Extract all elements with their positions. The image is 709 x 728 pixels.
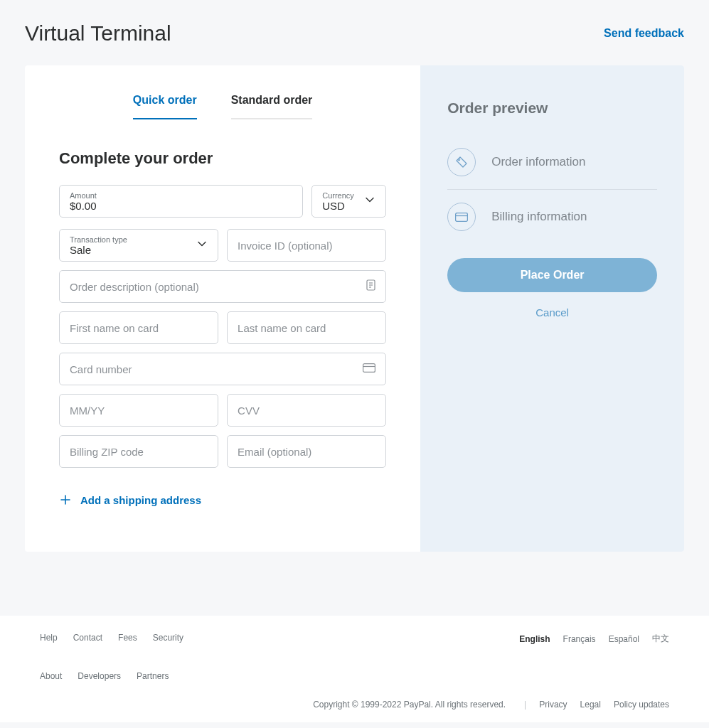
send-feedback-link[interactable]: Send feedback xyxy=(604,27,684,40)
order-form-panel: Quick order Standard order Complete your… xyxy=(25,65,420,552)
invoice-id-field[interactable] xyxy=(227,229,386,262)
order-description-field[interactable] xyxy=(59,270,386,303)
lang-english[interactable]: English xyxy=(519,634,550,644)
footer-links: Help Contact Fees Security About Develop… xyxy=(40,633,324,681)
preview-order-info-label: Order information xyxy=(491,155,585,169)
card-number-field[interactable] xyxy=(59,353,386,385)
footer-divider: | xyxy=(524,700,526,710)
svg-rect-9 xyxy=(456,213,468,221)
email-field[interactable] xyxy=(227,435,386,468)
page-title: Virtual Terminal xyxy=(25,21,171,46)
tag-icon xyxy=(447,148,476,176)
zip-input[interactable] xyxy=(70,446,208,458)
footer-languages: English Français Español 中文 xyxy=(519,633,669,645)
first-name-field[interactable] xyxy=(59,311,218,344)
last-name-input[interactable] xyxy=(238,322,375,334)
footer-fees-link[interactable]: Fees xyxy=(118,633,137,643)
order-tabs: Quick order Standard order xyxy=(59,94,386,119)
svg-point-8 xyxy=(458,159,459,160)
main-panels: Quick order Standard order Complete your… xyxy=(25,65,684,552)
page-footer: Help Contact Fees Security About Develop… xyxy=(0,616,709,722)
footer-security-link[interactable]: Security xyxy=(153,633,183,643)
preview-order-info[interactable]: Order information xyxy=(447,135,657,190)
footer-developers-link[interactable]: Developers xyxy=(78,671,121,681)
footer-help-link[interactable]: Help xyxy=(40,633,58,643)
svg-rect-4 xyxy=(363,364,375,373)
chevron-down-icon xyxy=(364,194,375,208)
preview-billing-info-label: Billing information xyxy=(491,210,587,224)
lang-espanol[interactable]: Español xyxy=(609,634,639,644)
first-name-input[interactable] xyxy=(70,322,208,334)
footer-about-link[interactable]: About xyxy=(40,671,62,681)
email-input[interactable] xyxy=(238,446,375,458)
tab-standard-order[interactable]: Standard order xyxy=(231,94,313,119)
transaction-type-label: Transaction type xyxy=(70,235,208,244)
footer-legal-link[interactable]: Legal xyxy=(580,700,601,710)
preview-billing-info[interactable]: Billing information xyxy=(447,190,657,244)
amount-label: Amount xyxy=(70,191,292,200)
tab-quick-order[interactable]: Quick order xyxy=(133,94,197,119)
expiry-field[interactable] xyxy=(59,394,218,427)
cancel-link[interactable]: Cancel xyxy=(447,306,657,318)
order-description-input[interactable] xyxy=(70,281,375,293)
preview-title: Order preview xyxy=(447,100,657,117)
zip-field[interactable] xyxy=(59,435,218,468)
lang-chinese[interactable]: 中文 xyxy=(652,633,669,645)
lang-francais[interactable]: Français xyxy=(563,634,596,644)
footer-policy-updates-link[interactable]: Policy updates xyxy=(614,700,669,710)
footer-contact-link[interactable]: Contact xyxy=(73,633,102,643)
cvv-field[interactable] xyxy=(227,394,386,427)
currency-select[interactable]: Currency USD xyxy=(311,185,386,218)
last-name-field[interactable] xyxy=(227,311,386,344)
expiry-input[interactable] xyxy=(70,405,208,417)
invoice-id-input[interactable] xyxy=(238,240,375,252)
amount-value: $0.00 xyxy=(70,200,292,213)
note-icon xyxy=(366,279,375,294)
transaction-type-value: Sale xyxy=(70,244,208,257)
footer-privacy-link[interactable]: Privacy xyxy=(539,700,567,710)
cvv-input[interactable] xyxy=(238,405,375,417)
card-icon xyxy=(363,363,375,375)
form-section-title: Complete your order xyxy=(59,149,386,168)
amount-field[interactable]: Amount $0.00 xyxy=(59,185,303,218)
plus-icon xyxy=(59,493,72,506)
add-shipping-address-link[interactable]: Add a shipping address xyxy=(59,493,201,506)
place-order-button[interactable]: Place Order xyxy=(447,258,657,292)
add-shipping-label: Add a shipping address xyxy=(80,494,201,506)
transaction-type-select[interactable]: Transaction type Sale xyxy=(59,229,218,262)
footer-partners-link[interactable]: Partners xyxy=(137,671,169,681)
order-preview-panel: Order preview Order information Billing … xyxy=(420,65,684,552)
card-number-input[interactable] xyxy=(70,363,375,375)
chevron-down-icon xyxy=(196,238,208,252)
footer-copyright: Copyright © 1999-2022 PayPal. All rights… xyxy=(313,700,506,710)
card-icon xyxy=(447,203,476,231)
